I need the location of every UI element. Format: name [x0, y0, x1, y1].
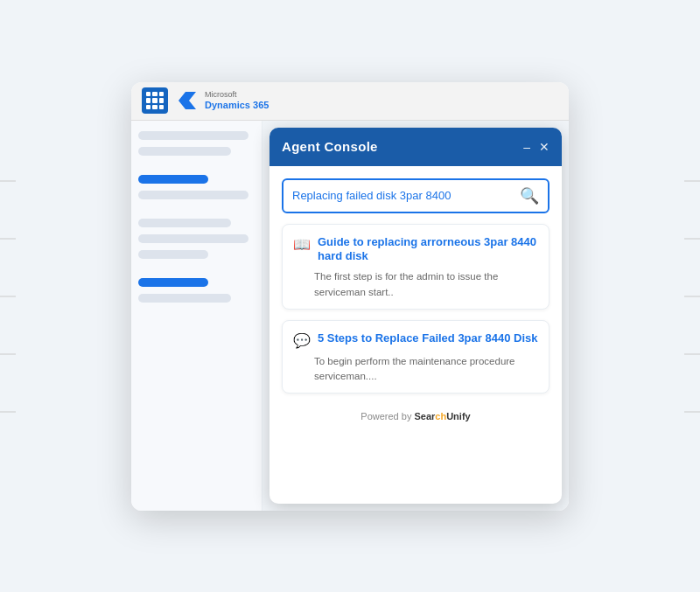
outer-container: Microsoft Dynamics 365 [79, 69, 621, 524]
card-1-icon: 📖 [293, 236, 311, 253]
card-1-description: The first step is for the admin to issue… [293, 269, 538, 300]
header-controls: – ✕ [523, 140, 550, 154]
minimize-button[interactable]: – [523, 140, 530, 154]
window-content: Agent Console – ✕ Replacing failed disk … [131, 121, 569, 511]
dynamics-logo: Microsoft Dynamics 365 [177, 89, 269, 112]
result-card-2[interactable]: 💬 5 Steps to Replace Failed 3par 8440 Di… [282, 320, 550, 394]
agent-console-header: Agent Console – ✕ [270, 128, 562, 166]
powered-by-footer: Powered by SearchUnify [282, 404, 550, 425]
main-window: Microsoft Dynamics 365 [131, 82, 569, 511]
search-icon[interactable]: 🔍 [520, 186, 539, 205]
card-2-header: 💬 5 Steps to Replace Failed 3par 8440 Di… [293, 331, 538, 349]
search-query-text: Replacing failed disk 3par 8400 [292, 189, 513, 202]
agent-console-body: Replacing failed disk 3par 8400 🔍 📖 Guid… [270, 166, 562, 504]
agent-console-panel: Agent Console – ✕ Replacing failed disk … [270, 128, 562, 504]
close-button[interactable]: ✕ [539, 140, 550, 154]
card-2-icon: 💬 [293, 332, 311, 349]
card-2-description: To begin perform the maintenance procedu… [293, 354, 538, 385]
left-sidebar [131, 121, 262, 511]
card-1-header: 📖 Guide to replacing arrorneous 3par 844… [293, 235, 538, 265]
search-bar[interactable]: Replacing failed disk 3par 8400 🔍 [282, 178, 550, 213]
card-2-title: 5 Steps to Replace Failed 3par 8440 Disk [318, 331, 537, 346]
window-topbar: Microsoft Dynamics 365 [131, 82, 569, 121]
grid-icon [142, 87, 168, 114]
right-panel: Agent Console – ✕ Replacing failed disk … [262, 121, 569, 511]
agent-console-title: Agent Console [282, 139, 378, 154]
card-1-title: Guide to replacing arrorneous 3par 8440 … [318, 235, 538, 265]
dynamics-text: Microsoft Dynamics 365 [205, 90, 269, 111]
result-card-1[interactable]: 📖 Guide to replacing arrorneous 3par 844… [282, 224, 550, 310]
